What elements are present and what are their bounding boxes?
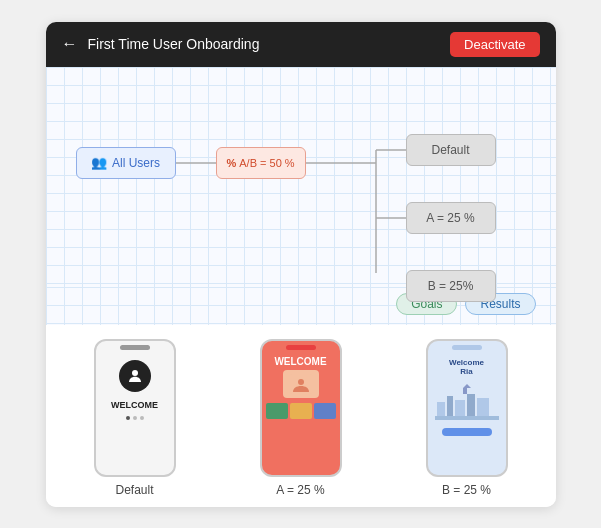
header: ← First Time User Onboarding Deactivate xyxy=(46,22,556,67)
mockup-b-label: B = 25 % xyxy=(442,483,491,497)
svg-point-6 xyxy=(132,370,138,376)
main-card: ← First Time User Onboarding Deactivate xyxy=(46,22,556,507)
header-left: ← First Time User Onboarding xyxy=(62,35,260,53)
phone-a-welcome: WELCOME xyxy=(274,356,326,367)
phone-notch-b xyxy=(452,345,482,350)
img-tile-2 xyxy=(290,403,312,419)
page-title: First Time User Onboarding xyxy=(88,36,260,52)
phone-notch-a xyxy=(286,345,316,350)
mockups-row: WELCOME Default WELCOME xyxy=(46,325,556,507)
all-users-label: All Users xyxy=(112,156,160,170)
cta-bar xyxy=(442,428,492,436)
mockup-default-label: Default xyxy=(115,483,153,497)
dots-row xyxy=(126,416,144,420)
flow-container: 👥 All Users % A/B = 50 % Default A = 25 … xyxy=(66,87,536,273)
city-illustration xyxy=(435,380,499,420)
phone-notch-default xyxy=(120,345,150,350)
svg-rect-10 xyxy=(437,402,445,418)
phone-default-welcome: WELCOME xyxy=(111,400,158,410)
avatar-icon xyxy=(119,360,151,392)
pct-icon: % xyxy=(226,157,236,169)
back-button[interactable]: ← xyxy=(62,35,78,53)
svg-rect-15 xyxy=(463,388,467,394)
img-tile-1 xyxy=(266,403,288,419)
svg-rect-13 xyxy=(467,394,475,418)
ab-label: A/B = 50 % xyxy=(239,157,294,169)
mockup-b: WelcomeRia xyxy=(426,339,508,497)
img-tile-3 xyxy=(314,403,336,419)
a-label: A = 25 % xyxy=(426,211,474,225)
svg-rect-17 xyxy=(435,416,499,420)
node-all-users[interactable]: 👥 All Users xyxy=(76,147,176,179)
node-a[interactable]: A = 25 % xyxy=(406,202,496,234)
svg-rect-11 xyxy=(447,396,453,418)
mockup-a-label: A = 25 % xyxy=(276,483,324,497)
phone-b: WelcomeRia xyxy=(426,339,508,477)
img-grid xyxy=(266,403,336,419)
phone-default: WELCOME xyxy=(94,339,176,477)
phone-screen-b: WelcomeRia xyxy=(428,352,506,444)
node-ab[interactable]: % A/B = 50 % xyxy=(216,147,306,179)
svg-rect-12 xyxy=(455,400,465,418)
phone-b-welcome: WelcomeRia xyxy=(449,358,484,376)
node-b[interactable]: B = 25% xyxy=(406,270,496,302)
flow-diagram: 👥 All Users % A/B = 50 % Default A = 25 … xyxy=(46,67,556,287)
phone-screen-a: WELCOME xyxy=(262,352,340,421)
deactivate-button[interactable]: Deactivate xyxy=(450,32,539,57)
phone-a: WELCOME xyxy=(260,339,342,477)
mockup-default: WELCOME Default xyxy=(94,339,176,497)
flow-lines xyxy=(66,87,536,273)
b-label: B = 25% xyxy=(428,279,474,293)
dot-2 xyxy=(133,416,137,420)
default-label: Default xyxy=(431,143,469,157)
node-default[interactable]: Default xyxy=(406,134,496,166)
svg-point-8 xyxy=(298,379,304,385)
dot-1 xyxy=(126,416,130,420)
dot-3 xyxy=(140,416,144,420)
mockup-a: WELCOME A = 25 % xyxy=(260,339,342,497)
phone-screen-default: WELCOME xyxy=(96,352,174,420)
photo-placeholder xyxy=(283,370,319,398)
svg-rect-14 xyxy=(477,398,489,418)
users-icon: 👥 xyxy=(91,155,107,170)
